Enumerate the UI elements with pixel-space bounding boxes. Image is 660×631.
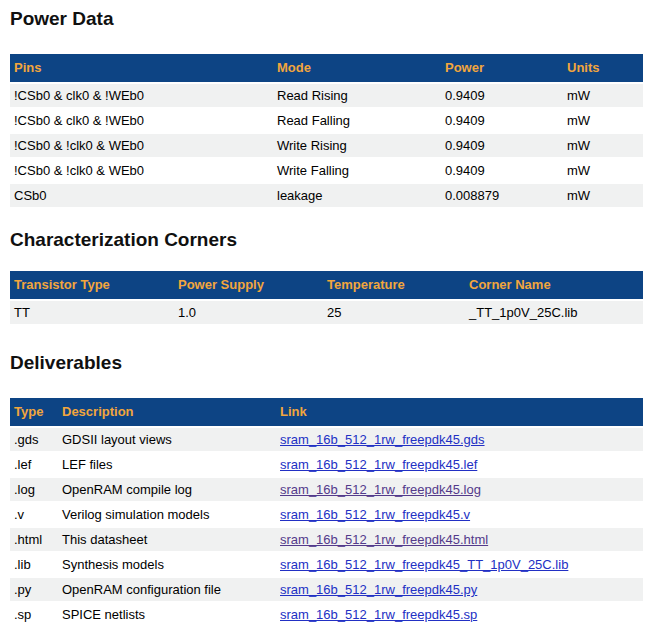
type-cell: .lef (10, 453, 58, 476)
link-cell: sram_16b_512_1rw_freepdk45.py (276, 578, 643, 601)
column-header-link: Link (276, 398, 643, 426)
units-cell: mW (563, 84, 643, 107)
column-header-corner-name: Corner Name (465, 271, 643, 299)
characterization-corners-section: Characterization Corners Transistor Type… (10, 229, 643, 326)
characterization-corners-table: Transistor Type Power Supply Temperature… (10, 269, 643, 326)
link-cell: sram_16b_512_1rw_freepdk45.v (276, 503, 643, 526)
table-row: !CSb0 & !clk0 & WEb0 Write Falling 0.940… (10, 159, 643, 182)
type-cell: .html (10, 528, 58, 551)
deliverable-link-v[interactable]: sram_16b_512_1rw_freepdk45.v (280, 507, 470, 522)
table-header-row: Transistor Type Power Supply Temperature… (10, 271, 643, 299)
power-cell: 0.9409 (441, 159, 563, 182)
pins-cell: !CSb0 & clk0 & !WEb0 (10, 84, 273, 107)
type-cell: .sp (10, 603, 58, 626)
column-header-description: Description (58, 398, 276, 426)
table-row: .sp SPICE netlists sram_16b_512_1rw_free… (10, 603, 643, 626)
deliverable-link-py[interactable]: sram_16b_512_1rw_freepdk45.py (280, 582, 477, 597)
table-row: TT 1.0 25 _TT_1p0V_25C.lib (10, 301, 643, 324)
column-header-power: Power (441, 54, 563, 82)
description-cell: LEF files (58, 453, 276, 476)
units-cell: mW (563, 159, 643, 182)
type-cell: .py (10, 578, 58, 601)
pins-cell: !CSb0 & !clk0 & WEb0 (10, 159, 273, 182)
column-header-power-supply: Power Supply (174, 271, 323, 299)
pins-cell: !CSb0 & clk0 & !WEb0 (10, 109, 273, 132)
description-cell: SPICE netlists (58, 603, 276, 626)
table-row: !CSb0 & !clk0 & WEb0 Write Rising 0.9409… (10, 134, 643, 157)
type-cell: .gds (10, 428, 58, 451)
deliverable-link-gds[interactable]: sram_16b_512_1rw_freepdk45.gds (280, 432, 485, 447)
link-cell: sram_16b_512_1rw_freepdk45.log (276, 478, 643, 501)
type-cell: .v (10, 503, 58, 526)
mode-cell: Read Rising (273, 84, 441, 107)
link-cell: sram_16b_512_1rw_freepdk45.html (276, 528, 643, 551)
description-cell: Synthesis models (58, 553, 276, 576)
units-cell: mW (563, 109, 643, 132)
link-cell: sram_16b_512_1rw_freepdk45.gds (276, 428, 643, 451)
table-row: !CSb0 & clk0 & !WEb0 Read Falling 0.9409… (10, 109, 643, 132)
table-row: .html This datasheet sram_16b_512_1rw_fr… (10, 528, 643, 551)
mode-cell: Write Rising (273, 134, 441, 157)
power-data-title: Power Data (10, 8, 643, 30)
power-data-table: Pins Mode Power Units !CSb0 & clk0 & !WE… (10, 52, 643, 209)
column-header-pins: Pins (10, 54, 273, 82)
deliverables-title: Deliverables (10, 352, 643, 374)
units-cell: mW (563, 134, 643, 157)
power-supply-cell: 1.0 (174, 301, 323, 324)
link-cell: sram_16b_512_1rw_freepdk45.lef (276, 453, 643, 476)
type-cell: .lib (10, 553, 58, 576)
type-cell: .log (10, 478, 58, 501)
table-row: !CSb0 & clk0 & !WEb0 Read Rising 0.9409 … (10, 84, 643, 107)
link-cell: sram_16b_512_1rw_freepdk45_TT_1p0V_25C.l… (276, 553, 643, 576)
pins-cell: !CSb0 & !clk0 & WEb0 (10, 134, 273, 157)
power-data-section: Power Data Pins Mode Power Units !CSb0 &… (10, 8, 643, 209)
column-header-units: Units (563, 54, 643, 82)
table-row: .v Verilog simulation models sram_16b_51… (10, 503, 643, 526)
deliverable-link-log[interactable]: sram_16b_512_1rw_freepdk45.log (280, 482, 481, 497)
table-header-row: Type Description Link (10, 398, 643, 426)
description-cell: Verilog simulation models (58, 503, 276, 526)
table-row: .log OpenRAM compile log sram_16b_512_1r… (10, 478, 643, 501)
deliverables-section: Deliverables Type Description Link .gds … (10, 352, 643, 628)
table-row: .lef LEF files sram_16b_512_1rw_freepdk4… (10, 453, 643, 476)
deliverable-link-html[interactable]: sram_16b_512_1rw_freepdk45.html (280, 532, 488, 547)
deliverable-link-sp[interactable]: sram_16b_512_1rw_freepdk45.sp (280, 607, 477, 622)
table-row: .py OpenRAM configuration file sram_16b_… (10, 578, 643, 601)
characterization-corners-title: Characterization Corners (10, 229, 643, 251)
mode-cell: Read Falling (273, 109, 441, 132)
link-cell: sram_16b_512_1rw_freepdk45.sp (276, 603, 643, 626)
deliverables-table: Type Description Link .gds GDSII layout … (10, 396, 643, 628)
deliverable-link-lef[interactable]: sram_16b_512_1rw_freepdk45.lef (280, 457, 477, 472)
description-cell: OpenRAM compile log (58, 478, 276, 501)
description-cell: OpenRAM configuration file (58, 578, 276, 601)
deliverable-link-lib[interactable]: sram_16b_512_1rw_freepdk45_TT_1p0V_25C.l… (280, 557, 568, 572)
power-cell: 0.9409 (441, 134, 563, 157)
description-cell: This datasheet (58, 528, 276, 551)
pins-cell: CSb0 (10, 184, 273, 207)
column-header-temperature: Temperature (323, 271, 465, 299)
mode-cell: Write Falling (273, 159, 441, 182)
power-cell: 0.9409 (441, 109, 563, 132)
column-header-mode: Mode (273, 54, 441, 82)
temperature-cell: 25 (323, 301, 465, 324)
corner-name-cell: _TT_1p0V_25C.lib (465, 301, 643, 324)
units-cell: mW (563, 184, 643, 207)
table-header-row: Pins Mode Power Units (10, 54, 643, 82)
description-cell: GDSII layout views (58, 428, 276, 451)
table-row: .lib Synthesis models sram_16b_512_1rw_f… (10, 553, 643, 576)
table-row: .gds GDSII layout views sram_16b_512_1rw… (10, 428, 643, 451)
table-row: CSb0 leakage 0.008879 mW (10, 184, 643, 207)
transistor-type-cell: TT (10, 301, 174, 324)
datasheet-page: Power Data Pins Mode Power Units !CSb0 &… (0, 8, 660, 628)
column-header-type: Type (10, 398, 58, 426)
column-header-transistor-type: Transistor Type (10, 271, 174, 299)
power-cell: 0.9409 (441, 84, 563, 107)
mode-cell: leakage (273, 184, 441, 207)
power-cell: 0.008879 (441, 184, 563, 207)
